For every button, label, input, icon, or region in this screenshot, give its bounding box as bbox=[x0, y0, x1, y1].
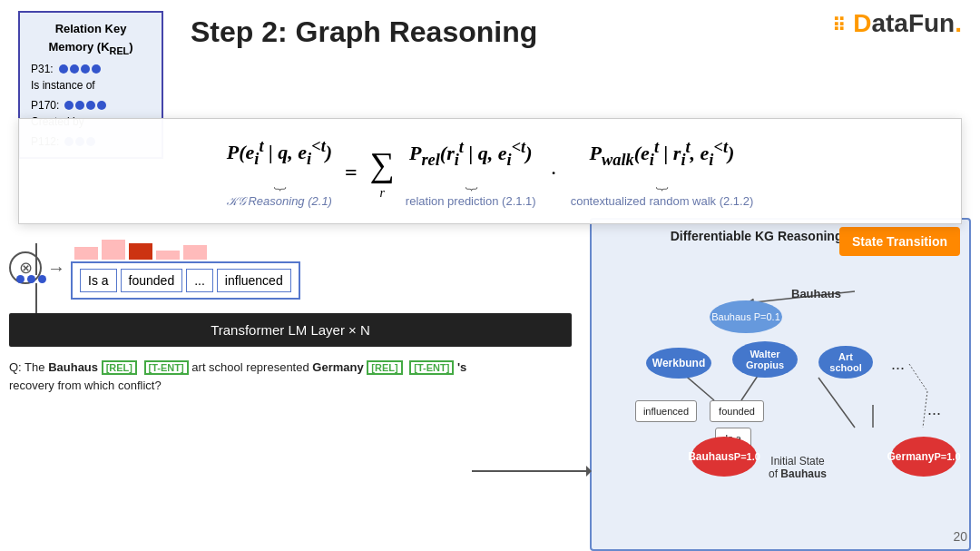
bar5 bbox=[183, 245, 207, 260]
node-germany: GermanyP=1.0 bbox=[891, 437, 956, 477]
question-tent-tag2: [T-ENT] bbox=[409, 360, 454, 375]
question-middle: art school represented bbox=[191, 360, 312, 374]
svg-line-4 bbox=[818, 378, 855, 428]
token-founded: founded bbox=[121, 269, 183, 292]
node-walter-gropius: WalterGropius bbox=[732, 341, 798, 378]
p31-dots bbox=[59, 64, 101, 74]
formula-lhs: P(eit | q, ei<t) ⏟ 𝒦𝒢 Reasoning (2.1) bbox=[227, 137, 332, 209]
datafun-logo: ⠿ DataFun. bbox=[832, 9, 962, 38]
question-tent-tag: [T-ENT] bbox=[144, 360, 189, 375]
blue-dots-row bbox=[16, 275, 46, 283]
bar3-dark bbox=[129, 243, 152, 260]
question-bauhaus: Bauhaus bbox=[48, 360, 102, 374]
question-germany: Germany bbox=[312, 360, 367, 374]
kg-graph: Bauhaus P=0.1 Bauhaus Werkbund WalterGro… bbox=[601, 251, 960, 505]
long-arrow bbox=[472, 470, 590, 472]
main-content: ⊗ → Is a founded ... influenced bbox=[0, 218, 980, 551]
token-influenced: influenced bbox=[217, 269, 291, 292]
page-number: 20 bbox=[953, 529, 967, 544]
formula-pwalk: Pwalk(eit | rit, ei<t) ⏟ contextualized … bbox=[571, 138, 754, 209]
step-title: Step 2: Graph Reasoning bbox=[191, 11, 537, 49]
transformer-box: Transformer LM Layer × N bbox=[9, 313, 572, 347]
question-line2: recovery from which conflict? bbox=[9, 379, 162, 392]
bauhaus-label: Bauhaus bbox=[791, 287, 841, 300]
question-suffix: 's bbox=[457, 360, 466, 374]
node-art-school: Artschool bbox=[818, 346, 873, 379]
bar4 bbox=[156, 251, 180, 260]
node-founded-box: founded bbox=[710, 400, 764, 422]
bar2 bbox=[102, 240, 125, 260]
vert-line-up bbox=[35, 243, 37, 275]
bar1 bbox=[74, 247, 98, 260]
node-ellipsis2: ... bbox=[927, 400, 941, 419]
node-ellipsis: ... bbox=[891, 355, 905, 374]
question-text: Q: The Bauhaus [REL] [T-ENT] art school … bbox=[9, 359, 572, 394]
token-ellipsis: ... bbox=[186, 269, 213, 292]
question-prefix: Q: The bbox=[9, 360, 48, 374]
formula-box: P(eit | q, ei<t) ⏟ 𝒦𝒢 Reasoning (2.1) = … bbox=[18, 118, 962, 224]
arrow-to-tokens: → bbox=[47, 258, 65, 279]
p170-dots bbox=[64, 101, 106, 110]
question-rel-tag2: [REL] bbox=[367, 360, 402, 375]
kg-section: Differentiable KG Reasoning Module State… bbox=[590, 218, 971, 551]
node-bauhaus-main: BauhausP=1.0 bbox=[691, 437, 757, 477]
svg-line-6 bbox=[909, 364, 927, 391]
left-section: ⊗ → Is a founded ... influenced bbox=[0, 218, 581, 551]
p31-desc: Is instance of bbox=[31, 77, 151, 93]
svg-line-2 bbox=[741, 373, 760, 400]
formula-sum: ∑ r bbox=[370, 144, 395, 201]
token-area: ⊗ → Is a founded ... influenced bbox=[9, 236, 572, 300]
node-werkbund: Werkbund bbox=[646, 348, 711, 379]
token-is-a: Is a bbox=[80, 269, 117, 292]
token-container: Is a founded ... influenced bbox=[71, 236, 300, 300]
node-bauhaus-top: Bauhaus P=0.1 bbox=[710, 300, 782, 333]
p31-label: P31: bbox=[31, 61, 54, 77]
transformer-label: Transformer LM Layer × N bbox=[211, 322, 370, 338]
formula-prel: Prel(rit | q, ei<t) ⏟ relation predictio… bbox=[406, 138, 536, 209]
question-rel-tag: [REL] bbox=[102, 360, 137, 375]
relation-memory-title: Relation KeyMemory (KREL) bbox=[31, 20, 151, 57]
initial-state-label: Initial Stateof Bauhaus bbox=[769, 455, 827, 480]
token-boxes: Is a founded ... influenced bbox=[71, 261, 300, 300]
p170-label: P170: bbox=[31, 97, 59, 113]
node-influenced-box: influenced bbox=[635, 400, 697, 422]
